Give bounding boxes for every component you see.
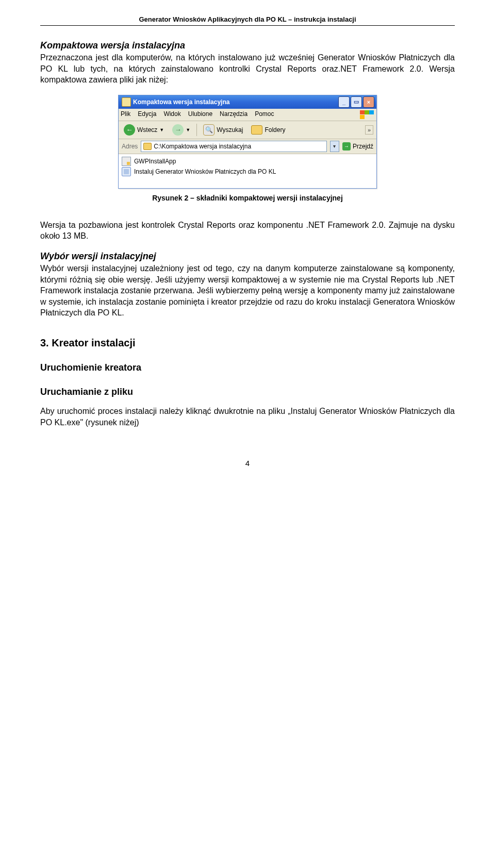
forward-arrow-icon: → (172, 124, 184, 136)
folders-button[interactable]: Foldery (249, 124, 287, 136)
list-item[interactable]: Instaluj Generator Wniosków Płatniczych … (122, 166, 373, 177)
folders-label: Foldery (265, 126, 285, 133)
explorer-window: Kompaktowa wersja instalacyjna _ ▭ × Pli… (118, 95, 377, 189)
heading-uruchomienie: Uruchomienie kreatora (40, 362, 455, 373)
window-title: Kompaktowa wersja instalacyjna (133, 98, 338, 106)
search-label: Wyszukaj (217, 126, 243, 133)
heading-uruchamianie-z-pliku: Uruchamianie z pliku (40, 387, 455, 397)
file-name: Instaluj Generator Wniosków Płatniczych … (134, 168, 276, 175)
back-arrow-icon: ← (124, 124, 135, 136)
heading-kreator: 3. Kreator instalacji (40, 337, 455, 349)
menu-widok[interactable]: Widok (163, 110, 180, 120)
forward-button[interactable]: → ▼ (170, 123, 192, 137)
menu-narzedzia[interactable]: Narzędzia (220, 110, 248, 120)
back-button[interactable]: ← Wstecz ▼ (122, 123, 166, 137)
menu-edycja[interactable]: Edycja (138, 110, 156, 120)
menubar: Plik Edycja Widok Ulubione Narzędzia Pom… (119, 109, 376, 121)
minimize-button[interactable]: _ (338, 96, 350, 108)
menu-pomoc[interactable]: Pomoc (255, 110, 274, 120)
exe-file-icon (122, 167, 131, 176)
file-name: GWPInstallApp (134, 158, 176, 165)
address-label: Adres (122, 143, 138, 150)
address-dropdown[interactable]: ▾ (330, 141, 339, 152)
go-label: Przejdź (353, 143, 373, 150)
windows-logo-icon (360, 110, 374, 120)
section-body-wybor: Wybór wersji instalacyjnej uzależniony j… (40, 263, 455, 319)
search-icon: 🔍 (203, 124, 214, 136)
figure-caption-2: Rysunek 2 – składniki kompaktowej wersji… (40, 194, 455, 202)
chevron-down-icon: ▼ (159, 127, 164, 132)
toolbar-separator (196, 124, 197, 136)
header-rule (40, 25, 455, 26)
toolbar: ← Wstecz ▼ → ▼ 🔍 Wyszukaj Foldery » (119, 121, 376, 139)
paragraph-after-fig2: Wersja ta pozbawiona jest kontrolek Crys… (40, 220, 455, 242)
back-label: Wstecz (137, 126, 157, 133)
address-input[interactable]: C:\Kompaktowa wersja instalacyjna (141, 141, 327, 152)
go-button[interactable]: → Przejdź (342, 142, 373, 151)
page-number: 4 (40, 459, 455, 468)
toolbar-overflow[interactable]: » (365, 125, 373, 135)
menu-plik[interactable]: Plik (121, 110, 130, 120)
chevron-down-icon: ▼ (186, 127, 190, 132)
search-button[interactable]: 🔍 Wyszukaj (201, 123, 245, 137)
maximize-button[interactable]: ▭ (351, 96, 362, 108)
address-path: C:\Kompaktowa wersja instalacyjna (154, 143, 251, 150)
section-body-kompaktowa: Przeznaczona jest dla komputerów, na któ… (40, 52, 455, 86)
list-item[interactable]: GWPInstallApp (122, 156, 373, 166)
section-title-wybor: Wybór wersji instalacyjnej (40, 251, 455, 262)
running-head: Generator Wniosków Aplikacyjnych dla PO … (40, 15, 455, 23)
close-button[interactable]: × (363, 96, 374, 108)
installer-file-icon (122, 157, 131, 166)
go-arrow-icon: → (342, 142, 351, 151)
folder-icon (122, 97, 131, 107)
paragraph-uruchamianie: Aby uruchomić proces instalacji należy k… (40, 406, 455, 428)
file-pane: GWPInstallApp Instaluj Generator Wnioskó… (119, 154, 376, 188)
menu-ulubione[interactable]: Ulubione (188, 110, 212, 120)
folder-icon (143, 143, 152, 150)
address-bar: Adres C:\Kompaktowa wersja instalacyjna … (119, 139, 376, 154)
titlebar[interactable]: Kompaktowa wersja instalacyjna _ ▭ × (119, 95, 376, 109)
folders-icon (251, 125, 262, 135)
section-title-kompaktowa: Kompaktowa wersja instalacyjna (40, 40, 455, 51)
